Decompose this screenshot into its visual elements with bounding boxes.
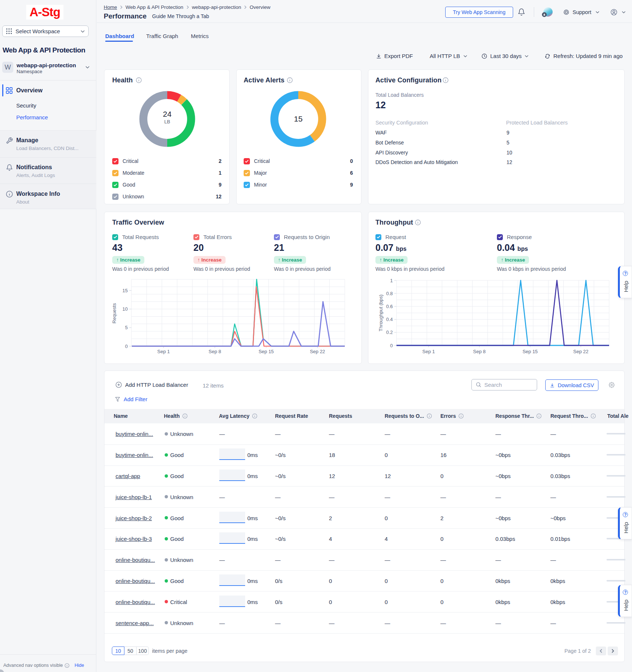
- svg-text:0.4: 0.4: [386, 317, 393, 322]
- svg-text:Sep 22: Sep 22: [310, 349, 325, 354]
- svg-text:0: 0: [125, 344, 128, 349]
- svg-text:0.2: 0.2: [386, 330, 393, 335]
- svg-text:Requests: Requests: [111, 303, 117, 323]
- svg-text:10: 10: [123, 306, 128, 312]
- svg-text:Throughput (bps): Throughput (bps): [378, 294, 384, 331]
- svg-text:5: 5: [125, 325, 128, 330]
- svg-text:1: 1: [390, 278, 393, 283]
- svg-text:Sep 1: Sep 1: [422, 349, 435, 354]
- svg-text:15: 15: [123, 288, 128, 293]
- svg-text:0.8: 0.8: [386, 291, 393, 296]
- svg-text:Sep 15: Sep 15: [522, 349, 537, 354]
- svg-text:Sep 22: Sep 22: [573, 349, 588, 354]
- svg-text:0: 0: [390, 343, 393, 348]
- svg-text:Sep 1: Sep 1: [157, 349, 170, 354]
- svg-text:Sep 15: Sep 15: [258, 349, 274, 354]
- svg-text:Sep 8: Sep 8: [473, 349, 486, 354]
- svg-text:0.6: 0.6: [386, 304, 393, 309]
- svg-text:Sep 8: Sep 8: [209, 349, 221, 354]
